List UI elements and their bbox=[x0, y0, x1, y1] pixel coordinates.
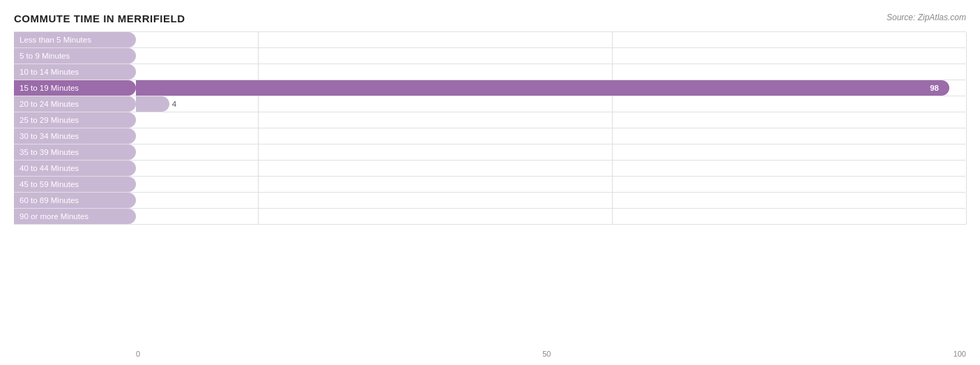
label-area: 15 to 19 Minutes bbox=[14, 80, 136, 96]
bar-track bbox=[136, 193, 966, 208]
bars-area: 4 bbox=[136, 96, 966, 112]
bar-label: 10 to 14 Minutes bbox=[14, 64, 136, 80]
bar-row: 20 to 24 Minutes4 bbox=[14, 96, 966, 112]
bar-label: 35 to 39 Minutes bbox=[14, 144, 136, 160]
bars-area bbox=[136, 209, 966, 224]
label-area: 25 to 29 Minutes bbox=[14, 112, 136, 128]
bar-track bbox=[136, 48, 966, 64]
bar-row: 40 to 44 Minutes bbox=[14, 161, 966, 177]
bars-area: 98 bbox=[136, 80, 966, 96]
bar-fill bbox=[136, 80, 949, 96]
label-area: 90 or more Minutes bbox=[14, 209, 136, 224]
bar-track bbox=[136, 209, 966, 224]
bar-track bbox=[136, 32, 966, 47]
bar-track bbox=[136, 112, 966, 128]
x-axis-label: 0 bbox=[136, 350, 140, 358]
bar-label: 20 to 24 Minutes bbox=[14, 96, 136, 112]
x-axis-label: 50 bbox=[542, 350, 551, 358]
label-area: 35 to 39 Minutes bbox=[14, 144, 136, 160]
bar-track bbox=[136, 177, 966, 192]
bar-label: Less than 5 Minutes bbox=[14, 32, 136, 47]
bar-row: Less than 5 Minutes bbox=[14, 31, 966, 48]
bars-area bbox=[136, 64, 966, 80]
bar-track: 4 bbox=[136, 96, 966, 112]
bars-area bbox=[136, 161, 966, 176]
x-axis-label: 100 bbox=[954, 350, 966, 358]
source-label: Source: ZipAtlas.com bbox=[887, 13, 966, 22]
bar-value: 4 bbox=[172, 96, 176, 112]
bar-row: 45 to 59 Minutes bbox=[14, 177, 966, 193]
bar-row: 60 to 89 Minutes bbox=[14, 193, 966, 209]
bar-label: 25 to 29 Minutes bbox=[14, 112, 136, 128]
bar-track bbox=[136, 128, 966, 144]
bars-area bbox=[136, 128, 966, 144]
bars-area bbox=[136, 48, 966, 64]
bar-row: 25 to 29 Minutes bbox=[14, 112, 966, 128]
bar-label: 45 to 59 Minutes bbox=[14, 177, 136, 192]
label-area: Less than 5 Minutes bbox=[14, 32, 136, 47]
bars-area bbox=[136, 177, 966, 192]
bar-row: 10 to 14 Minutes bbox=[14, 64, 966, 80]
bar-label: 5 to 9 Minutes bbox=[14, 48, 136, 64]
bar-value: 98 bbox=[930, 80, 939, 96]
chart-container: COMMUTE TIME IN MERRIFIELD Source: ZipAt… bbox=[0, 0, 980, 365]
chart-rows-wrapper: Less than 5 Minutes5 to 9 Minutes10 to 1… bbox=[14, 31, 966, 225]
bar-track bbox=[136, 144, 966, 160]
label-area: 30 to 34 Minutes bbox=[14, 128, 136, 144]
bars-area bbox=[136, 32, 966, 47]
bar-label: 90 or more Minutes bbox=[14, 209, 136, 224]
label-area: 45 to 59 Minutes bbox=[14, 177, 136, 192]
bar-row: 15 to 19 Minutes98 bbox=[14, 80, 966, 96]
label-area: 20 to 24 Minutes bbox=[14, 96, 136, 112]
bar-label: 60 to 89 Minutes bbox=[14, 193, 136, 208]
bar-row: 90 or more Minutes bbox=[14, 209, 966, 225]
bar-row: 30 to 34 Minutes bbox=[14, 128, 966, 144]
bar-track bbox=[136, 161, 966, 176]
bar-row: 35 to 39 Minutes bbox=[14, 144, 966, 161]
bar-label: 30 to 34 Minutes bbox=[14, 128, 136, 144]
bar-fill bbox=[136, 96, 169, 112]
bars-area bbox=[136, 144, 966, 160]
label-area: 5 to 9 Minutes bbox=[14, 48, 136, 64]
bar-label: 40 to 44 Minutes bbox=[14, 161, 136, 176]
x-axis: 050100 bbox=[136, 350, 966, 358]
bar-label: 15 to 19 Minutes bbox=[14, 80, 136, 96]
label-area: 60 to 89 Minutes bbox=[14, 193, 136, 208]
bar-track: 98 bbox=[136, 80, 966, 96]
label-area: 40 to 44 Minutes bbox=[14, 161, 136, 176]
bars-area bbox=[136, 112, 966, 128]
bars-area bbox=[136, 193, 966, 208]
label-area: 10 to 14 Minutes bbox=[14, 64, 136, 80]
bar-row: 5 to 9 Minutes bbox=[14, 48, 966, 64]
bar-track bbox=[136, 64, 966, 80]
chart-title: COMMUTE TIME IN MERRIFIELD bbox=[14, 13, 966, 24]
